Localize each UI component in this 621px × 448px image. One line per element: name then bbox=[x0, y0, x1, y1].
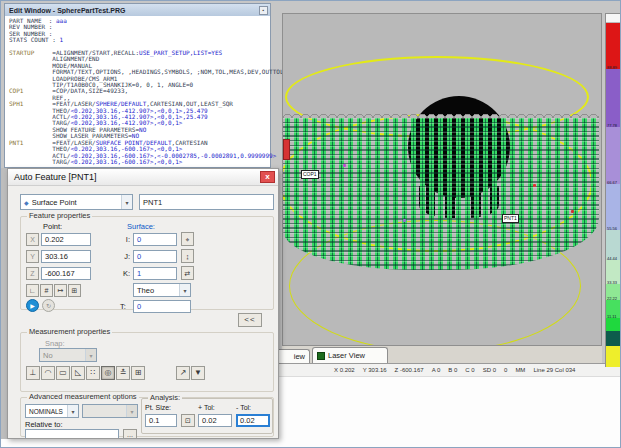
measurement-strategy-toolbar: ⊥◠▭◺∷◎≛⊞↗▼ bbox=[26, 366, 205, 380]
point-z-field[interactable]: -600.167 bbox=[41, 267, 91, 280]
arc-move-icon[interactable]: ◠ bbox=[41, 366, 55, 380]
k-label: K: bbox=[117, 269, 130, 278]
pnt1-feature-label[interactable]: PNT1 bbox=[502, 214, 519, 223]
relative-to-field[interactable] bbox=[25, 429, 119, 439]
point-x-field[interactable]: 0.202 bbox=[41, 233, 91, 246]
status-bar: X 0.202Y 303.16Z -600.167A 0B 0C 0SD 00M… bbox=[279, 363, 621, 376]
colorbar-tick-label: 88.89 bbox=[607, 66, 617, 70]
probe-path-icon[interactable]: ⊥ bbox=[26, 366, 40, 380]
outlier-point bbox=[343, 164, 346, 167]
point-y-field[interactable]: 303.16 bbox=[41, 250, 91, 263]
surface-label[interactable]: Surface: bbox=[127, 222, 155, 231]
status-item: MM bbox=[515, 367, 525, 373]
feature-properties-legend: Feature properties bbox=[27, 212, 92, 220]
laser-view-icon bbox=[317, 352, 325, 360]
dialog-title: Auto Feature [PNT1] bbox=[14, 172, 260, 182]
grid-mode-icon[interactable]: ⊞ bbox=[131, 366, 145, 380]
code-line: TARG/<0.202,303.16,-600.167>,<0,0,1> bbox=[9, 159, 270, 165]
vector-i-field[interactable]: 0 bbox=[133, 233, 177, 246]
feature-properties-group: Feature properties Point: Surface: X 0.2… bbox=[20, 216, 274, 310]
status-item: Y 303.16 bbox=[363, 367, 387, 373]
colorbar-segment bbox=[606, 331, 620, 346]
colorbar-segment: 88.89 bbox=[606, 69, 620, 127]
plus-tol-label: + Tol: bbox=[198, 404, 215, 411]
y-axis-button[interactable]: Y bbox=[26, 250, 39, 263]
measure-now-button[interactable]: ▶ bbox=[26, 299, 39, 312]
scatter-points-icon[interactable]: ∷ bbox=[86, 366, 100, 380]
find-nominal-icon[interactable]: # bbox=[40, 284, 53, 297]
window-menu-icon: ▪ bbox=[263, 8, 265, 13]
flip-vector-icon[interactable]: ↨ bbox=[181, 249, 194, 263]
filter-icon[interactable]: ▼ bbox=[191, 366, 205, 380]
measurement-properties-legend: Measurement properties bbox=[27, 328, 112, 336]
graphics-view-tab-label: iew bbox=[294, 352, 305, 361]
minus-tol-label: - Tol: bbox=[236, 404, 251, 411]
z-axis-button[interactable]: Z bbox=[26, 267, 39, 280]
box-move-icon[interactable]: ▭ bbox=[56, 366, 70, 380]
close-icon[interactable]: x bbox=[260, 171, 275, 183]
scanline-arcs bbox=[283, 105, 599, 118]
regenerate-button[interactable]: ↻ bbox=[42, 299, 55, 312]
levels-icon[interactable]: ≛ bbox=[116, 366, 130, 380]
measurement-properties-group: Measurement properties Snap: No ▾ ⊥◠▭◺∷◎… bbox=[20, 332, 274, 392]
outlier-point bbox=[571, 210, 574, 213]
point-snap-icon[interactable]: ↦ bbox=[54, 284, 67, 297]
colorbar-segment: 77.78 bbox=[606, 127, 620, 184]
view-tabs: iew Laser View bbox=[282, 346, 602, 363]
pcdmis-application-window: Edit Window - SpherePartTest.PRG ▪ PART … bbox=[0, 0, 621, 448]
colorbar-segment bbox=[606, 346, 620, 367]
colorbar-segments: 88.8977.7866.6755.5644.4433.3322.2211.11 bbox=[606, 23, 620, 367]
snap-label: Snap: bbox=[45, 339, 65, 348]
vector-j-field[interactable]: 0 bbox=[133, 250, 177, 263]
graphics-view-tab[interactable]: iew bbox=[274, 349, 310, 363]
x-axis-button[interactable]: X bbox=[26, 233, 39, 246]
colorbar-tick-label: 55.56 bbox=[607, 227, 617, 231]
vector-jump-icon[interactable]: ↗ bbox=[176, 366, 190, 380]
analysis-legend: Analysis: bbox=[148, 394, 182, 402]
snap-dropdown[interactable]: No ▾ bbox=[39, 348, 97, 362]
plus-tol-field[interactable]: 0.02 bbox=[198, 414, 232, 427]
edit-window-menu-button[interactable]: ▪ bbox=[259, 6, 268, 15]
axes-toggle-icon[interactable]: ∟ bbox=[26, 284, 39, 297]
collapse-dialog-button[interactable]: << bbox=[238, 313, 262, 327]
chevron-down-icon: ▾ bbox=[67, 405, 78, 417]
colorbar-header bbox=[606, 14, 620, 23]
status-item: C 0 bbox=[465, 367, 474, 373]
minus-tol-field[interactable]: 0.02 bbox=[236, 414, 270, 427]
pt-size-label: Pt. Size: bbox=[145, 404, 171, 411]
pt-size-field[interactable]: 0.1 bbox=[145, 414, 177, 427]
colorbar-segment bbox=[606, 23, 620, 69]
status-item: Line 29 Col 034 bbox=[533, 367, 575, 373]
target-mode-icon[interactable]: ◎ bbox=[101, 366, 115, 380]
deviation-colorbar[interactable]: 88.8977.7866.6755.5644.4433.3322.2211.11 bbox=[605, 13, 621, 367]
surface-point-icon: ◆ bbox=[24, 199, 29, 206]
vector-k-field[interactable]: 1 bbox=[133, 267, 177, 280]
status-item: B 0 bbox=[448, 367, 457, 373]
analysis-window-icon[interactable]: ⊡ bbox=[181, 414, 195, 427]
swap-vector-icon[interactable]: ⇄ bbox=[181, 266, 194, 280]
colorbar-tick-label: 33.33 bbox=[607, 281, 617, 285]
feature-name-value: PNT1 bbox=[143, 198, 162, 207]
corner-move-icon[interactable]: ◺ bbox=[71, 366, 85, 380]
secondary-mode-dropdown[interactable]: ▾ bbox=[82, 404, 138, 418]
dialog-titlebar[interactable]: Auto Feature [PNT1] x bbox=[8, 169, 278, 186]
graphics-view[interactable]: COP1 PNT1 bbox=[282, 13, 602, 346]
colorbar-tick-label: 22.22 bbox=[607, 297, 617, 301]
t-value-field[interactable]: 0 bbox=[133, 300, 191, 313]
feature-name-input[interactable]: PNT1 bbox=[139, 194, 274, 210]
status-item: Z -600.167 bbox=[395, 367, 424, 373]
theo-dropdown[interactable]: Theo ▾ bbox=[133, 283, 191, 297]
measure-vector-icon[interactable]: ⌖ bbox=[181, 232, 194, 246]
grid-toggle-icon[interactable]: ⊞ bbox=[68, 284, 81, 297]
status-item: 0 bbox=[504, 367, 507, 373]
browse-button[interactable]: ... bbox=[123, 429, 137, 439]
code-area[interactable]: PART NAME : aaaREV NUMBER : SER NUMBER :… bbox=[5, 16, 270, 165]
nominals-mode-dropdown[interactable]: NOMINALS ▾ bbox=[25, 404, 79, 418]
edit-window-titlebar[interactable]: Edit Window - SpherePartTest.PRG ▪ bbox=[5, 4, 270, 16]
cop-feature-label[interactable]: COP1 bbox=[301, 170, 319, 179]
edit-window-title: Edit Window - SpherePartTest.PRG bbox=[9, 7, 259, 14]
chevron-down-icon: ▾ bbox=[121, 195, 132, 209]
pointcloud-scan-points[interactable] bbox=[283, 117, 599, 270]
feature-type-dropdown[interactable]: ◆ Surface Point ▾ bbox=[20, 194, 133, 210]
laser-view-tab[interactable]: Laser View bbox=[312, 347, 388, 363]
